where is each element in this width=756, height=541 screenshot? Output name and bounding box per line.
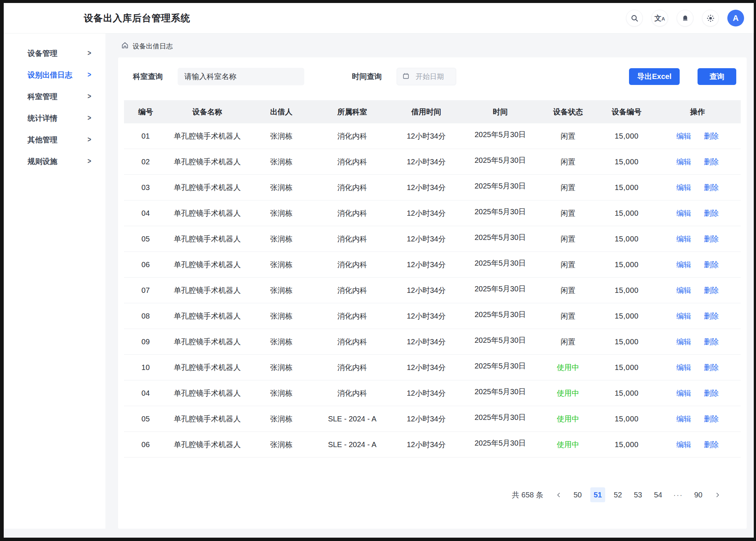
cell-borrow-duration: 12小时34分 xyxy=(389,363,463,373)
cell-date: 2025年5月30日 xyxy=(463,130,537,140)
app-window: 设备出入库后台管理系统 文A xyxy=(4,3,754,538)
cell-device-code: 15,000 xyxy=(599,440,654,449)
edit-link[interactable]: 编辑 xyxy=(676,234,691,244)
sidebar: 设备管理>设别出借日志>科室管理>统计详情>其他管理>规则设施> xyxy=(4,34,105,529)
cell-id: 08 xyxy=(124,312,167,320)
cell-device-code: 15,000 xyxy=(599,209,654,218)
edit-link[interactable]: 编辑 xyxy=(676,157,691,167)
page-button-53[interactable]: 53 xyxy=(630,487,645,502)
cell-device-code: 15,000 xyxy=(599,260,654,269)
cell-id: 05 xyxy=(124,415,167,423)
prev-page-button[interactable] xyxy=(552,487,565,502)
chevron-right-icon: > xyxy=(88,114,91,123)
translate-button[interactable]: 文A xyxy=(651,10,668,26)
cell-department: 消化内科 xyxy=(315,363,389,373)
table-row: 05 单孔腔镜手术机器人 张润栋 SLE - 2024 - A 12小时34分 … xyxy=(124,406,741,432)
page-button-52[interactable]: 52 xyxy=(610,487,625,502)
cell-device-code: 15,000 xyxy=(599,363,654,372)
cell-lender: 张润栋 xyxy=(247,131,315,141)
theme-button[interactable] xyxy=(702,10,719,26)
delete-link[interactable]: 删除 xyxy=(704,285,719,295)
page-button-90[interactable]: 90 xyxy=(691,487,706,502)
delete-link[interactable]: 删除 xyxy=(704,337,719,347)
cell-borrow-duration: 12小时34分 xyxy=(389,234,463,244)
table-row: 04 单孔腔镜手术机器人 张润栋 消化内科 12小时34分 2025年5月30日… xyxy=(124,380,741,406)
edit-link[interactable]: 编辑 xyxy=(676,285,691,295)
cell-lender: 张润栋 xyxy=(247,440,315,450)
cell-device-code: 15,000 xyxy=(599,389,654,398)
column-header: 出借人 xyxy=(247,107,315,117)
edit-link[interactable]: 编辑 xyxy=(676,208,691,218)
page-button-50[interactable]: 50 xyxy=(570,487,585,502)
column-header: 时间 xyxy=(463,107,537,117)
edit-link[interactable]: 编辑 xyxy=(676,388,691,398)
edit-link[interactable]: 编辑 xyxy=(676,363,691,373)
sidebar-item-4[interactable]: 统计详情> xyxy=(4,107,105,129)
sidebar-item-3[interactable]: 科室管理> xyxy=(4,86,105,107)
cell-lender: 张润栋 xyxy=(247,183,315,193)
sidebar-item-label: 科室管理 xyxy=(28,92,57,102)
main-content: 设备出借日志 科室查询 时间查询 开始日期 xyxy=(105,34,754,538)
cell-borrow-duration: 12小时34分 xyxy=(389,414,463,424)
cell-device-status: 闲置 xyxy=(537,234,599,244)
cell-date: 2025年5月30日 xyxy=(463,155,537,165)
cell-lender: 张润栋 xyxy=(247,234,315,244)
notification-button[interactable] xyxy=(677,10,693,26)
edit-link[interactable]: 编辑 xyxy=(676,337,691,347)
theme-icon xyxy=(706,14,715,23)
cell-date: 2025年5月30日 xyxy=(463,258,537,268)
cell-actions: 编辑 删除 xyxy=(654,337,741,347)
sidebar-item-2[interactable]: 设别出借日志> xyxy=(4,64,105,86)
page-button-51[interactable]: 51 xyxy=(590,487,605,502)
export-excel-button[interactable]: 导出Excel xyxy=(629,68,680,85)
cell-borrow-duration: 12小时34分 xyxy=(389,285,463,295)
user-avatar[interactable]: A xyxy=(727,10,744,26)
delete-link[interactable]: 删除 xyxy=(704,414,719,424)
cell-actions: 编辑 删除 xyxy=(654,131,741,141)
cell-department: 消化内科 xyxy=(315,234,389,244)
cell-lender: 张润栋 xyxy=(247,414,315,424)
delete-link[interactable]: 删除 xyxy=(704,183,719,193)
start-date-picker[interactable]: 开始日期 xyxy=(397,68,456,85)
edit-link[interactable]: 编辑 xyxy=(676,260,691,270)
cell-date: 2025年5月30日 xyxy=(463,438,537,448)
sidebar-item-1[interactable]: 设备管理> xyxy=(4,42,105,64)
sidebar-item-6[interactable]: 规则设施> xyxy=(4,151,105,172)
next-page-button[interactable] xyxy=(711,487,724,502)
cell-lender: 张润栋 xyxy=(247,260,315,270)
sidebar-item-5[interactable]: 其他管理> xyxy=(4,129,105,151)
edit-link[interactable]: 编辑 xyxy=(676,131,691,141)
app-title: 设备出入库后台管理系统 xyxy=(84,12,190,24)
delete-link[interactable]: 删除 xyxy=(704,363,719,373)
table-row: 01 单孔腔镜手术机器人 张润栋 消化内科 12小时34分 2025年5月30日… xyxy=(124,123,741,149)
delete-link[interactable]: 删除 xyxy=(704,131,719,141)
sidebar-item-label: 其他管理 xyxy=(28,135,57,145)
edit-link[interactable]: 编辑 xyxy=(676,311,691,321)
cell-borrow-duration: 12小时34分 xyxy=(389,337,463,347)
delete-link[interactable]: 删除 xyxy=(704,157,719,167)
cell-date: 2025年5月30日 xyxy=(463,361,537,371)
sidebar-item-label: 规则设施 xyxy=(28,156,57,167)
table-row: 05 单孔腔镜手术机器人 张润栋 消化内科 12小时34分 2025年5月30日… xyxy=(124,226,741,252)
search-button[interactable] xyxy=(626,10,643,26)
delete-link[interactable]: 删除 xyxy=(704,234,719,244)
query-button[interactable]: 查询 xyxy=(698,68,736,85)
page-button-54[interactable]: 54 xyxy=(651,487,666,502)
cell-borrow-duration: 12小时34分 xyxy=(389,440,463,450)
cell-department: 消化内科 xyxy=(315,208,389,218)
filter-bar: 科室查询 时间查询 开始日期 导出Excel 查 xyxy=(133,68,736,85)
edit-link[interactable]: 编辑 xyxy=(676,183,691,193)
chevron-right-icon: > xyxy=(88,157,91,166)
edit-link[interactable]: 编辑 xyxy=(676,440,691,450)
delete-link[interactable]: 删除 xyxy=(704,388,719,398)
delete-link[interactable]: 删除 xyxy=(704,208,719,218)
table-row: 08 单孔腔镜手术机器人 张润栋 消化内科 12小时34分 2025年5月30日… xyxy=(124,303,741,329)
edit-link[interactable]: 编辑 xyxy=(676,414,691,424)
cell-device-code: 15,000 xyxy=(599,158,654,166)
dept-search-input[interactable] xyxy=(178,68,304,85)
cell-device-name: 单孔腔镜手术机器人 xyxy=(167,388,247,398)
delete-link[interactable]: 删除 xyxy=(704,260,719,270)
cell-device-code: 15,000 xyxy=(599,235,654,243)
delete-link[interactable]: 删除 xyxy=(704,311,719,321)
delete-link[interactable]: 删除 xyxy=(704,440,719,450)
